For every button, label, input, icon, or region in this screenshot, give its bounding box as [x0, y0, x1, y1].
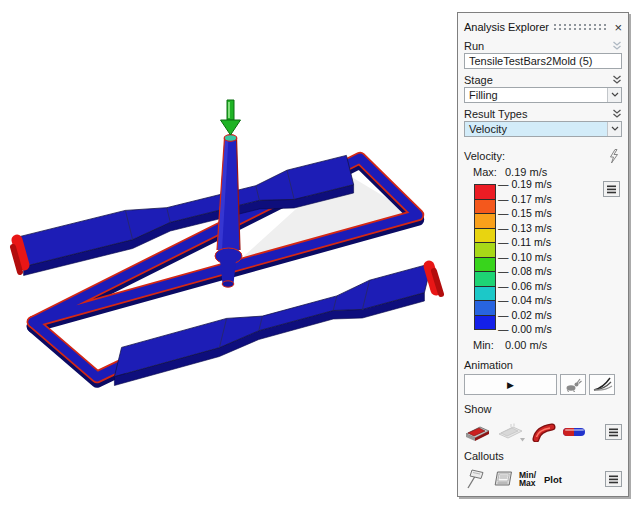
run-label: Run — [464, 40, 484, 52]
show-toolbar — [464, 419, 622, 445]
legend-color-band — [475, 301, 495, 316]
show-runner-button[interactable] — [532, 422, 556, 442]
curve-fan-icon — [592, 377, 613, 392]
lightning-icon[interactable] — [608, 149, 619, 164]
play-button[interactable]: ▶ — [464, 374, 557, 395]
model-viewport[interactable] — [0, 0, 456, 509]
show-mold-button-disabled[interactable] — [497, 422, 527, 443]
rabbit-icon — [564, 377, 582, 393]
legend-tick-label: — 0.10 m/s — [498, 251, 552, 263]
run-value: TensileTestBars2Mold (5) — [469, 55, 593, 67]
stage-dropdown[interactable]: Filling — [464, 87, 622, 103]
legend-tick-label: — 0.00 m/s — [498, 323, 552, 335]
legend-max-row: Max: 0.19 m/s — [464, 165, 622, 178]
legend-menu-button[interactable] — [603, 181, 620, 197]
legend-color-band — [475, 229, 495, 244]
red-blue-capsule-icon — [561, 424, 587, 440]
legend-color-band — [475, 200, 495, 215]
close-icon[interactable]: × — [614, 22, 622, 33]
callouts-menu-button[interactable] — [605, 471, 622, 487]
legend-tick-label: — 0.08 m/s — [498, 265, 552, 277]
stage-value: Filling — [469, 89, 498, 101]
animation-label: Animation — [464, 359, 622, 372]
legend-color-band — [475, 287, 495, 302]
dropdown-arrow-icon[interactable] — [607, 88, 621, 102]
min-max-line2: Max — [519, 479, 536, 488]
run-input[interactable]: TensileTestBars2Mold (5) — [464, 53, 622, 69]
legend-color-band — [475, 243, 495, 258]
chevron-double-down-icon[interactable] — [612, 41, 622, 51]
panel-header: Analysis Explorer × — [464, 13, 622, 35]
drag-grip[interactable] — [554, 23, 608, 32]
analysis-explorer-panel: Analysis Explorer × Run TensileTestBars2… — [457, 12, 629, 497]
legend-color-band — [475, 258, 495, 273]
legend-color-band — [475, 214, 495, 229]
mold-part-icon — [464, 422, 492, 443]
animation-speed-button[interactable] — [560, 374, 586, 395]
red-runner-icon — [532, 422, 556, 442]
show-part-button[interactable] — [464, 422, 492, 443]
legend-ticks: — 0.19 m/s— 0.17 m/s— 0.15 m/s— 0.13 m/s… — [498, 184, 588, 336]
animation-controls: ▶ — [464, 374, 622, 395]
arrow-head — [221, 120, 241, 135]
legend-tick-label: — 0.06 m/s — [498, 280, 552, 292]
legend-title: Velocity: — [464, 150, 505, 162]
menu-lines-icon — [607, 185, 616, 194]
legend-tick-label: — 0.11 m/s — [498, 236, 551, 248]
legend-tick-label: — 0.15 m/s — [498, 207, 552, 219]
show-label: Show — [464, 403, 622, 416]
dropdown-arrow-icon[interactable] — [607, 122, 621, 136]
injection-location-arrow[interactable] — [221, 100, 241, 135]
chevron-double-down-icon[interactable] — [612, 75, 622, 85]
legend: — 0.19 m/s— 0.17 m/s— 0.15 m/s— 0.13 m/s… — [464, 184, 622, 336]
show-menu-button[interactable] — [605, 424, 622, 440]
legend-tick-label: — 0.19 m/s — [498, 178, 552, 190]
chevron-double-down-icon[interactable] — [612, 109, 622, 119]
plot-callout-button[interactable]: Plot — [544, 474, 562, 485]
menu-lines-icon — [609, 428, 618, 437]
animation-frames-button[interactable] — [589, 374, 615, 395]
result-types-dropdown[interactable]: Velocity — [464, 121, 622, 137]
menu-lines-icon — [609, 475, 618, 484]
legend-header: Velocity: — [464, 149, 622, 163]
grip-dots-icon — [554, 28, 608, 30]
min-label: Min: — [473, 339, 505, 351]
max-value: 0.19 m/s — [505, 166, 547, 178]
mold-ghost-icon — [497, 422, 527, 443]
callouts-toolbar: Min/ Max Plot — [464, 466, 622, 492]
min-max-callout-button[interactable]: Min/ Max — [519, 471, 536, 488]
legend-tick-label: — 0.13 m/s — [498, 222, 552, 234]
legend-color-band — [475, 316, 495, 330]
note-callout-button[interactable] — [491, 469, 514, 489]
run-section-header: Run — [464, 39, 622, 52]
result-types-value: Velocity — [469, 123, 507, 135]
play-icon: ▶ — [507, 380, 514, 390]
result-types-label: Result Types — [464, 108, 527, 120]
legend-color-band — [475, 272, 495, 287]
stage-section-header: Stage — [464, 73, 622, 86]
app-canvas: Analysis Explorer × Run TensileTestBars2… — [0, 0, 640, 509]
legend-color-band — [475, 185, 495, 200]
result-types-section-header: Result Types — [464, 107, 622, 120]
legend-color-column — [474, 184, 496, 330]
stage-label: Stage — [464, 74, 493, 86]
grip-dots-icon — [554, 24, 608, 26]
legend-tick-label: — 0.02 m/s — [498, 309, 552, 321]
legend-tick-label: — 0.17 m/s — [498, 193, 552, 205]
legend-min-row: Min: 0.00 m/s — [464, 338, 622, 351]
legend-tick-label: — 0.04 m/s — [498, 294, 552, 306]
panel-title: Analysis Explorer — [464, 21, 549, 33]
probe-callout-button[interactable] — [464, 468, 486, 490]
callouts-label: Callouts — [464, 450, 622, 463]
max-label: Max: — [473, 166, 505, 178]
probe-flag-icon — [464, 468, 486, 490]
min-value: 0.00 m/s — [505, 339, 547, 351]
show-result-button[interactable] — [561, 424, 587, 440]
sprue-tip-end — [222, 281, 234, 287]
note-icon — [491, 469, 514, 489]
